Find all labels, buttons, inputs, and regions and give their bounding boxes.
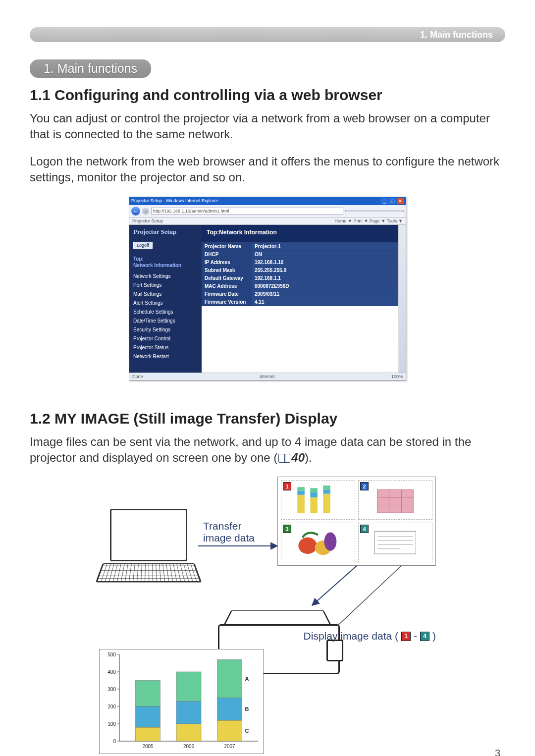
transfer-label: Transfer image data bbox=[203, 520, 255, 544]
maximize-icon[interactable]: ▢ bbox=[389, 198, 396, 204]
table-row: Firmware Version4.11 bbox=[202, 298, 398, 306]
thumbnail-grid: 1 2 3 bbox=[277, 477, 436, 566]
svg-rect-7 bbox=[310, 497, 318, 513]
close-icon[interactable]: ✕ bbox=[397, 198, 404, 204]
svg-rect-13 bbox=[377, 490, 414, 513]
stacked-bar-chart: 0100200300400500200520062007CBA bbox=[99, 649, 264, 754]
svg-text:0: 0 bbox=[113, 739, 116, 744]
svg-rect-49 bbox=[217, 698, 242, 721]
table-row: DHCPON bbox=[202, 250, 398, 258]
svg-rect-40 bbox=[136, 727, 160, 741]
back-icon[interactable]: ← bbox=[131, 207, 140, 216]
svg-text:400: 400 bbox=[107, 669, 116, 675]
sidebar-item-alert-settings[interactable]: Alert Settings bbox=[133, 300, 198, 306]
sidebar-item-network-settings[interactable]: Network Settings bbox=[133, 273, 198, 279]
document-icon bbox=[364, 527, 427, 558]
thumbnail-4: 4 bbox=[358, 523, 432, 562]
sidebar-item-port-settings[interactable]: Port Settings bbox=[133, 282, 198, 288]
heading-1-1: 1.1 Configuring and controlling via a we… bbox=[30, 87, 505, 104]
svg-text:200: 200 bbox=[107, 704, 116, 709]
svg-text:500: 500 bbox=[107, 652, 116, 657]
svg-rect-45 bbox=[176, 702, 201, 724]
logoff-button[interactable]: Logoff bbox=[133, 242, 153, 249]
forward-icon[interactable]: → bbox=[142, 208, 149, 215]
marker-4: 4 bbox=[360, 525, 369, 533]
paragraph-1-1a: You can adjust or control the projector … bbox=[30, 110, 505, 143]
sidebar-title: Projector Setup bbox=[133, 228, 198, 236]
marker-3: 3 bbox=[283, 525, 291, 533]
marker-small-1: 1 bbox=[401, 632, 411, 641]
display-label: Display image data ( 1 - 4 ) bbox=[304, 630, 436, 642]
svg-text:2005: 2005 bbox=[142, 744, 154, 749]
thumbnail-3: 3 bbox=[281, 523, 355, 562]
mini-chart-icon bbox=[287, 485, 349, 515]
svg-text:2007: 2007 bbox=[224, 744, 235, 749]
minimize-icon[interactable]: _ bbox=[381, 198, 388, 204]
main-heading: Top:Network Information bbox=[202, 225, 398, 242]
table-row: MAC Address0000872E956D bbox=[202, 282, 398, 290]
sidebar-item-projector-status[interactable]: Projector Status bbox=[133, 345, 198, 350]
status-mid: Internet bbox=[260, 374, 275, 379]
svg-rect-48 bbox=[217, 720, 242, 741]
status-right: 100% bbox=[391, 374, 403, 379]
search-input[interactable] bbox=[345, 210, 404, 212]
page-header-label: 1. Main functions bbox=[420, 30, 493, 40]
browser-window: Projector Setup - Windows Internet Explo… bbox=[129, 197, 406, 380]
sidebar: Projector Setup Logoff Top: Network Info… bbox=[129, 225, 202, 373]
svg-text:A: A bbox=[245, 676, 249, 682]
marker-1: 1 bbox=[283, 482, 291, 490]
svg-rect-46 bbox=[176, 672, 201, 702]
thumbnail-2: 2 bbox=[358, 480, 432, 520]
svg-rect-5 bbox=[297, 491, 305, 495]
table-row: Projector NameProjector-1 bbox=[202, 242, 398, 250]
browser-titlebar: Projector Setup - Windows Internet Explo… bbox=[129, 197, 406, 205]
toolbar-menu[interactable]: Home ▼ Print ▼ Page ▼ Tools ▼ bbox=[334, 218, 403, 223]
thumbnail-1: 1 bbox=[281, 480, 355, 520]
svg-rect-44 bbox=[176, 724, 201, 741]
sidebar-item-security-settings[interactable]: Security Settings bbox=[133, 327, 198, 332]
section-pill: 1. Main functions bbox=[30, 59, 151, 78]
svg-rect-9 bbox=[310, 488, 318, 492]
svg-text:100: 100 bbox=[107, 721, 116, 727]
sidebar-item-mail-settings[interactable]: Mail Settings bbox=[133, 291, 198, 297]
fruit-icon bbox=[287, 527, 349, 558]
marker-2: 2 bbox=[360, 482, 369, 490]
page-number: 3 bbox=[495, 748, 500, 756]
building-icon bbox=[364, 485, 427, 515]
browser-tab[interactable]: Projector Setup bbox=[132, 218, 163, 223]
table-row: Subnet Mask255.255.255.0 bbox=[202, 266, 398, 274]
svg-rect-4 bbox=[297, 495, 305, 513]
sidebar-item-network-restart[interactable]: Network Restart bbox=[133, 354, 198, 359]
heading-1-2: 1.2 MY IMAGE (Still image Transfer) Disp… bbox=[30, 410, 505, 427]
scrollbar[interactable] bbox=[398, 225, 406, 373]
main-panel: Top:Network Information Projector NamePr… bbox=[202, 225, 398, 373]
svg-text:B: B bbox=[245, 706, 249, 712]
status-left: Done bbox=[132, 374, 143, 379]
sidebar-item-date-time-settings[interactable]: Date/Time Settings bbox=[133, 318, 198, 324]
svg-rect-11 bbox=[323, 490, 330, 494]
svg-text:300: 300 bbox=[107, 687, 116, 692]
svg-rect-10 bbox=[323, 494, 330, 513]
svg-text:C: C bbox=[245, 728, 249, 734]
sidebar-item-projector-control[interactable]: Projector Control bbox=[133, 336, 198, 341]
info-table: Projector NameProjector-1 DHCPON IP Addr… bbox=[202, 242, 398, 306]
browser-window-title: Projector Setup - Windows Internet Explo… bbox=[131, 198, 218, 204]
svg-rect-6 bbox=[297, 487, 305, 490]
page-header-bar: 1. Main functions bbox=[30, 27, 505, 42]
svg-rect-50 bbox=[217, 660, 242, 698]
svg-rect-21 bbox=[374, 531, 416, 554]
paragraph-1-2: Image files can be sent via the network,… bbox=[30, 434, 505, 466]
table-row: IP Address192.168.1.10 bbox=[202, 258, 398, 266]
sidebar-current: Top: Network Information bbox=[133, 256, 198, 269]
address-bar[interactable]: http://192.168.1.10/admin/admin1.html bbox=[151, 208, 343, 215]
paragraph-1-1b: Logon the network from the web browser a… bbox=[30, 154, 505, 186]
book-icon bbox=[278, 454, 290, 463]
svg-rect-8 bbox=[310, 492, 318, 497]
laptop-icon bbox=[99, 509, 198, 589]
sidebar-item-schedule-settings[interactable]: Schedule Settings bbox=[133, 309, 198, 315]
marker-small-4: 4 bbox=[420, 632, 429, 641]
svg-point-20 bbox=[324, 533, 336, 551]
svg-rect-41 bbox=[136, 706, 160, 727]
table-row: Default Gateway192.168.1.1 bbox=[202, 274, 398, 282]
svg-point-18 bbox=[298, 538, 317, 554]
